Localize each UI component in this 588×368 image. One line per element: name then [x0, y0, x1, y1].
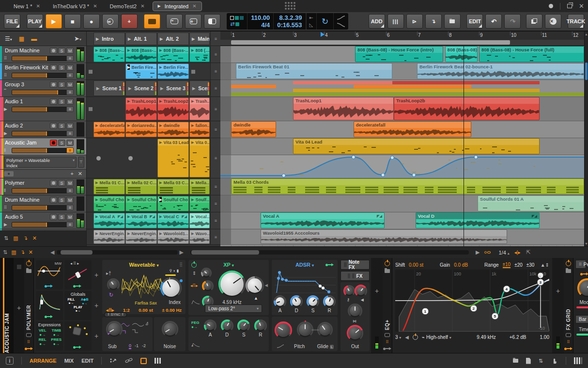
pointer-tool-icon[interactable]: ➤▾ [74, 35, 81, 42]
track-menu-button[interactable]: ≡ [66, 72, 74, 78]
mod-depth-knob[interactable] [577, 278, 588, 298]
row-menu-icon[interactable]: ≡ [210, 212, 221, 229]
browser-panel-icon[interactable] [444, 14, 461, 29]
launcher-scrollbar[interactable] [57, 250, 178, 255]
volume-fader[interactable] [12, 90, 69, 95]
zoom-to-fit-icon[interactable]: ⇱ [526, 249, 530, 256]
mod-out-icon[interactable] [25, 347, 33, 350]
velocity-knob[interactable] [343, 285, 355, 297]
scene-header[interactable]: ▶Main [189, 32, 210, 45]
project-tab[interactable]: ▶Integrated✕ [153, 1, 202, 11]
solo-button[interactable]: S [58, 48, 65, 54]
view-tab-edit[interactable]: EDIT [81, 358, 93, 364]
add-device-button[interactable]: + [17, 304, 21, 312]
play-marker-icon[interactable]: ▶ [476, 249, 480, 256]
launcher-layout-icon[interactable]: ▥ [11, 249, 16, 256]
solo-button[interactable]: S [58, 197, 65, 203]
filter-mode-select[interactable]: Low-pass 2°▾ [205, 304, 262, 313]
mute-button[interactable]: M [66, 140, 74, 146]
env-a-knob[interactable]: A [274, 295, 286, 313]
punch-in-icon[interactable]: ⇤ [309, 15, 313, 20]
env-s-knob[interactable]: S [307, 295, 319, 313]
wavetable-panel[interactable]: Wavetable ▾ ⣿ ▸† Farfisa Sax ↻ ⚲ ◗ ▮ Ind… [102, 260, 186, 314]
metronome-icon[interactable]: ◺ [309, 22, 313, 28]
eq-band-gain[interactable]: +6.2 dB [510, 335, 526, 340]
noise-panel[interactable]: Noise [154, 317, 186, 351]
launcher-clip[interactable]: ▶Mella… [189, 179, 210, 194]
mod-envelope-cell[interactable] [36, 291, 63, 320]
osc-semitone-value[interactable]: 0.00 st [139, 307, 153, 313]
close-tab-icon[interactable]: ✕ [36, 3, 40, 9]
eq-listen-icon[interactable]: ◀ [405, 335, 409, 340]
view-tab-arrange[interactable]: ARRANGE [30, 358, 57, 364]
loop-region-bar[interactable] [231, 40, 510, 45]
osc-loop-icon[interactable]: ↻ [109, 292, 113, 298]
remote-controls-icon[interactable] [566, 333, 571, 337]
eq-band-freq[interactable]: 9.49 kHz [477, 335, 495, 340]
double-row-icon[interactable]: ⇅ [4, 235, 8, 241]
record-arm-button[interactable] [50, 123, 57, 129]
pre-roll-icon[interactable] [337, 23, 345, 27]
track-row[interactable]: Drum MachineSM⠿≡ [0, 195, 86, 212]
mute-button[interactable]: M [66, 197, 74, 203]
mute-button[interactable]: M [66, 64, 74, 71]
launcher-clip[interactable]: ▶808 (Bass-… [157, 47, 189, 62]
clip-stop-button[interactable] [89, 107, 93, 111]
fx-button[interactable]: FX [340, 271, 370, 281]
snap-settings-icon[interactable] [484, 251, 491, 254]
polymer-preset-icon[interactable] [26, 269, 31, 273]
record-arm-button[interactable] [50, 98, 57, 105]
edit-menu-button[interactable]: EDIT [466, 14, 483, 29]
mod-lfo-cell[interactable]: MW [36, 260, 63, 289]
remote-controls-icon[interactable] [385, 333, 390, 337]
wavetable-browser-icon[interactable]: ⣿ [179, 262, 183, 267]
osc-route-icon[interactable]: ▸† [106, 271, 111, 276]
clip-record-button[interactable] [96, 156, 101, 160]
launcher-clip[interactable]: ▶dwindle [157, 122, 189, 137]
mod-out-icon[interactable] [564, 347, 573, 350]
launcher-automation-button[interactable]: ᵂ [166, 14, 183, 29]
track-menu-button[interactable]: TRACK [568, 14, 584, 29]
loop-toggle-icon[interactable]: ↻ [322, 16, 328, 27]
close-tab-icon[interactable]: ✕ [140, 3, 144, 9]
adaptive-grid-icon[interactable]: ◂|▸ [514, 250, 521, 255]
automation-point[interactable] [474, 156, 478, 159]
automation-point[interactable] [282, 174, 285, 177]
glide-knob[interactable] [317, 322, 333, 337]
launcher-clip[interactable]: ▶Soulful Cho… [157, 196, 189, 211]
scene-header[interactable]: ▶Intro [93, 32, 125, 45]
env-r-knob[interactable]: R [254, 320, 267, 337]
eq-range-30[interactable]: ±30 [526, 262, 535, 268]
row-menu-icon[interactable]: ≡ [210, 63, 221, 80]
solo-button[interactable]: S [58, 214, 65, 220]
row-menu-icon[interactable]: ≡ [210, 97, 221, 121]
level-mod-knob[interactable] [355, 285, 367, 297]
arranger-clip[interactable]: Vocal D◤◢ [416, 212, 540, 228]
arranger-clip[interactable]: TrashLoop1 [293, 97, 394, 120]
note-fx-button[interactable]: Note FX [340, 260, 370, 270]
launcher-clip[interactable]: ▶Vocal B◤◢ [125, 213, 157, 228]
eq-band-power-icon[interactable] [413, 335, 418, 340]
group-scene-cell[interactable]: ▶Scen… [189, 80, 210, 96]
arranger-vertical-scrollbar[interactable]: ▲ ▼ [584, 32, 588, 246]
output-panel[interactable]: ⚷ ◀ ⋈ Out [340, 282, 370, 351]
launcher-clip[interactable]: ▶Trash… [189, 97, 210, 120]
add-device-button[interactable]: + [375, 287, 379, 295]
launcher-clip[interactable]: ▶Vocal C◤◢ [157, 213, 189, 228]
automation-param-select[interactable]: Polymer » WavetableIndex▾ [4, 157, 77, 168]
close-tab-icon[interactable]: ✕ [93, 3, 97, 9]
mute-button[interactable]: M [66, 98, 74, 105]
arranger-clip[interactable]: deceleratefall [354, 121, 471, 137]
out-knob[interactable] [347, 325, 363, 341]
launcher-clip[interactable]: ▶dorianredu… [125, 122, 157, 137]
automation-curve[interactable] [220, 155, 584, 178]
env-r-knob[interactable]: R [323, 295, 336, 313]
pan-knob[interactable] [348, 304, 362, 318]
volume-fader[interactable] [12, 73, 69, 78]
filter-cutoff-knob[interactable] [218, 271, 246, 298]
mod-globals-cell[interactable]: Globals FILL●→A◆B●→ PLAY●→ [64, 291, 92, 320]
noise-level-knob[interactable] [162, 321, 178, 337]
group-scene-cell[interactable]: ▶Scene 1 [93, 80, 125, 96]
modulators-icon[interactable]: ⠿ [386, 340, 389, 344]
row-menu-icon[interactable]: ≡ [210, 80, 221, 96]
